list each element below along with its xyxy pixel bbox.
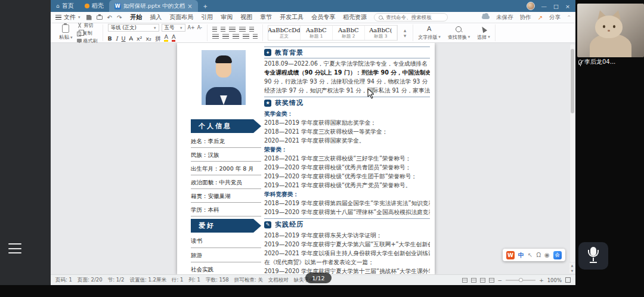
zoom-in-icon[interactable]: + [539, 277, 544, 283]
grow-font-button[interactable]: A+ [188, 25, 195, 30]
share-button[interactable]: 分享 [549, 14, 561, 21]
previous-page-icon[interactable]: ▲ [569, 263, 575, 268]
font-name-select[interactable]: 等线 (正文)▾ [108, 24, 159, 32]
statusbar-item[interactable]: 节: 1/2 [108, 277, 125, 284]
redo-icon[interactable]: ↷ [117, 14, 122, 21]
paste-button[interactable]: 粘贴▾ [59, 24, 73, 41]
ribbon-tab[interactable]: 插入 [150, 13, 162, 21]
style-option[interactable]: AaBbC 标题 1 [301, 26, 333, 40]
minimize-icon[interactable]: — [541, 3, 547, 10]
ribbon-tab[interactable]: 开始 [130, 13, 142, 21]
copy-button[interactable]: 复制 [77, 30, 98, 36]
find-replace-button[interactable]: 查找替换▾ [448, 26, 470, 41]
ribbon-tab[interactable]: 章节 [260, 13, 272, 21]
close-icon[interactable]: × [565, 3, 570, 10]
statusbar-item[interactable]: 页码: 1 [55, 277, 72, 284]
close-tab-icon[interactable]: × [187, 3, 192, 10]
align-right-icon[interactable] [233, 34, 239, 39]
zoom-knob[interactable] [519, 278, 523, 282]
view-mode-icon[interactable] [480, 278, 485, 283]
user-avatar[interactable] [527, 2, 535, 10]
zoom-slider[interactable] [506, 280, 535, 281]
wps-icon[interactable]: W [506, 251, 515, 259]
document-page[interactable]: 个人信息 姓名：李后龙 民族：汉族 出生年月：2000 年 8 月 政治面貌：中… [177, 43, 435, 274]
format-button[interactable]: U [122, 35, 126, 42]
font-size-select[interactable]: 五号▾ [162, 24, 185, 32]
file-menu-button[interactable]: 文件 ▾ [55, 13, 80, 21]
mic-tool-icon[interactable]: Ω [536, 252, 541, 258]
line-spacing-icon[interactable] [253, 34, 258, 39]
microphone-button[interactable] [578, 242, 608, 270]
statusbar-item[interactable]: 页面: 2/20 [78, 277, 103, 284]
format-button[interactable]: A [172, 33, 176, 42]
ribbon-tab[interactable]: 引用 [201, 13, 213, 21]
zoom-level[interactable]: 100% [547, 277, 562, 283]
document-list-icon[interactable] [8, 243, 21, 253]
ribbon-tab[interactable]: 页面布局 [169, 13, 193, 21]
meeting-app-icon[interactable]: 会 [553, 251, 562, 259]
save-icon[interactable] [86, 15, 92, 20]
undo-icon[interactable]: ↶ [107, 14, 112, 21]
search-input[interactable] [386, 14, 443, 20]
maximize-icon[interactable]: □ [553, 3, 559, 10]
style-down-icon[interactable]: ▼ [404, 34, 406, 38]
indent-decrease-icon[interactable] [229, 27, 236, 32]
style-option[interactable]: AaBbC( 标题 3 [365, 26, 397, 40]
format-button[interactable]: x₂ [145, 35, 151, 42]
new-tab-button[interactable]: ＋ [198, 2, 213, 11]
print-icon[interactable] [97, 16, 103, 20]
indent-increase-icon[interactable] [239, 27, 246, 32]
hobby-list: 读书旅游社会实践 [191, 234, 261, 274]
view-mode-icon[interactable] [489, 278, 494, 283]
command-search[interactable] [374, 13, 448, 21]
style-option[interactable]: AaBbCcDd 正文 [268, 26, 301, 40]
collaborate-button[interactable]: 协作 [520, 14, 531, 21]
shading-icon[interactable] [249, 27, 254, 32]
statusbar-item[interactable]: 拼写检查: 关 [234, 277, 263, 284]
tab-docer[interactable]: 稻壳 [79, 0, 109, 12]
cut-button[interactable]: 剪切 [77, 22, 98, 29]
shrink-font-button[interactable]: A- [197, 25, 202, 30]
ribbon-tab[interactable]: 视图 [240, 13, 252, 21]
zoom-out-icon[interactable]: − [498, 277, 503, 283]
ribbon-tab[interactable]: 开发工具 [280, 13, 304, 21]
align-center-icon[interactable] [222, 34, 229, 39]
view-mode-icon[interactable] [462, 278, 467, 283]
align-left-icon[interactable] [212, 34, 219, 39]
vertical-scrollbar[interactable] [570, 44, 575, 262]
collapse-ribbon-icon[interactable]: ^ [567, 15, 571, 20]
format-button[interactable]: B [108, 35, 112, 42]
participant-video[interactable] [577, 4, 644, 57]
style-option[interactable]: AaBbC 标题 2 [333, 26, 365, 40]
bullets-icon[interactable] [212, 27, 217, 32]
numbering-icon[interactable] [221, 27, 225, 32]
ribbon-tab[interactable]: 稻壳资源 [343, 13, 367, 21]
ribbon-tab[interactable]: 审阅 [221, 13, 233, 21]
format-button[interactable]: A [129, 35, 134, 42]
next-page-icon[interactable]: ▼ [569, 268, 575, 273]
style-up-icon[interactable]: ▲ [404, 29, 406, 32]
section-title: 教育背景 [275, 48, 304, 57]
format-button[interactable]: 拼 [155, 35, 161, 42]
format-button[interactable]: x² [137, 35, 142, 42]
ribbon-tab[interactable]: 会员专享 [311, 13, 335, 21]
statusbar-item[interactable]: 行: 1 [172, 277, 183, 284]
scrollbar-thumb[interactable] [571, 49, 574, 113]
input-language-icon[interactable]: 中 [518, 251, 524, 259]
view-mode-icon[interactable] [471, 278, 476, 283]
format-button[interactable]: A [164, 33, 168, 42]
statusbar-item[interactable]: 字数: 158 [206, 277, 229, 284]
fullscreen-icon[interactable] [565, 277, 571, 283]
text-layout-button[interactable]: A 文字排版▾ [418, 26, 441, 41]
tab-home[interactable]: ⌂ 首页 [51, 0, 79, 12]
select-button[interactable]: 选择▾ [477, 26, 490, 41]
statusbar-item[interactable]: 列: 1 [188, 277, 200, 284]
statusbar-item[interactable]: 设置值: 1.2厘米 [129, 277, 166, 284]
format-button[interactable]: I [116, 35, 118, 42]
statusbar-item[interactable]: 文档校对 [268, 277, 289, 284]
record-icon[interactable]: ◉ [544, 252, 550, 258]
cursor-tool-icon[interactable]: ↖ [528, 252, 532, 258]
tab-document[interactable]: W 如何保研.pptx 中的文档 × [109, 0, 198, 12]
justify-icon[interactable] [243, 34, 249, 39]
hobby-banner: 爱好 [191, 219, 261, 233]
